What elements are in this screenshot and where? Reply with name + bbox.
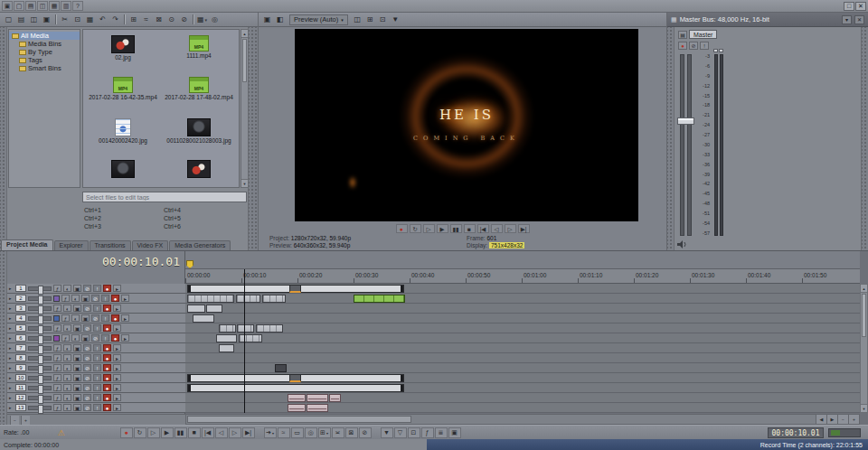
external-monitor-button[interactable]: ▣: [448, 427, 461, 438]
track-motion-icon[interactable]: ◐: [63, 324, 71, 332]
compositing-mode-icon[interactable]: ▣: [81, 314, 90, 322]
track-level-slider[interactable]: [28, 306, 52, 311]
expand-icon[interactable]: ▸: [9, 314, 14, 323]
expand-icon[interactable]: ▸: [9, 353, 14, 362]
tree-item-all-media[interactable]: All Media: [9, 32, 80, 40]
track-header[interactable]: ▸2ƒ◐▣⊘!●▸: [7, 294, 185, 304]
hscroll-thumb[interactable]: [187, 416, 411, 423]
timeline-clip[interactable]: [187, 295, 234, 303]
bus-properties-icon[interactable]: ▤: [678, 31, 687, 39]
mute-button[interactable]: ⊘: [83, 285, 91, 292]
timeline-clip[interactable]: [275, 364, 287, 372]
more-options-icon[interactable]: ▸: [113, 285, 121, 292]
expand-icon[interactable]: ▸: [9, 304, 14, 313]
tree-item-tags[interactable]: Tags: [9, 56, 80, 64]
timeline-clip[interactable]: [288, 394, 306, 402]
ignore-grouping-button[interactable]: ⊘: [359, 427, 372, 438]
arm-record-button[interactable]: ●: [103, 305, 111, 312]
tree-item-by-type[interactable]: By Type: [9, 48, 80, 56]
save-project-button[interactable]: ◫: [28, 14, 40, 25]
compositing-mode-icon[interactable]: ▣: [73, 344, 81, 352]
paste-button[interactable]: ▦: [84, 14, 96, 25]
media-preview-splitter[interactable]: [248, 27, 258, 250]
pause-button[interactable]: ▮▮: [450, 224, 462, 233]
media-item[interactable]: [85, 158, 161, 188]
insert-marker-button[interactable]: ▼: [381, 427, 393, 438]
open-icon[interactable]: ▤: [25, 1, 36, 11]
arm-record-button[interactable]: ●: [103, 394, 111, 401]
timeline-clip[interactable]: [237, 324, 254, 333]
track-fx-icon[interactable]: ƒ: [53, 324, 61, 332]
media-item[interactable]: [161, 158, 237, 188]
track-fx-icon[interactable]: ƒ: [53, 384, 61, 391]
compositing-mode-icon[interactable]: ▣: [81, 295, 90, 302]
expand-icon[interactable]: ▸: [9, 383, 14, 392]
timeline-clip[interactable]: [216, 334, 237, 342]
track-level-slider[interactable]: [28, 316, 52, 321]
scrollbar-track[interactable]: [861, 338, 867, 404]
enable-snapping-button[interactable]: ⊞▾: [318, 427, 331, 438]
track-header[interactable]: ▸13ƒ◐▣⊘!●▸: [7, 403, 185, 413]
scroll-down-button[interactable]: ▼: [241, 179, 248, 187]
track-motion-icon[interactable]: ◐: [63, 344, 71, 352]
timeline-clip[interactable]: [239, 334, 262, 342]
mute-button[interactable]: ⊘: [83, 324, 91, 332]
track-motion-icon[interactable]: ◐: [63, 354, 71, 361]
media-item[interactable]: MP42017-02-28 17-48-02.mp4: [161, 75, 237, 117]
track-fx-icon[interactable]: ƒ: [53, 404, 61, 411]
solo-button[interactable]: !: [93, 344, 101, 352]
track-level-slider[interactable]: [28, 336, 52, 341]
track-lane[interactable]: [185, 333, 860, 343]
save-snapshot-button[interactable]: ▼: [390, 14, 401, 25]
track-level-slider[interactable]: [28, 286, 52, 291]
track-lane[interactable]: [185, 353, 860, 363]
track-fx-icon[interactable]: ƒ: [53, 344, 61, 352]
left-edge-splitter[interactable]: [0, 251, 7, 426]
tree-item-smart-bins[interactable]: Smart Bins: [9, 64, 80, 72]
track-header[interactable]: ▸7ƒ◐▣⊘!●▸: [7, 343, 185, 353]
expand-icon[interactable]: ▸: [9, 363, 14, 372]
prev-frame-button[interactable]: ◁: [491, 224, 503, 233]
mute-button[interactable]: ⊘: [83, 394, 91, 401]
track-motion-icon[interactable]: ◐: [71, 334, 80, 342]
timeline-clip[interactable]: [307, 404, 328, 412]
next-frame-button[interactable]: ▷: [505, 224, 516, 233]
mute-button[interactable]: ⊘: [83, 305, 91, 312]
mixer-button[interactable]: ≣: [435, 427, 448, 438]
timeline-clip[interactable]: [206, 305, 222, 313]
ignore-grouping-button[interactable]: ⊘: [178, 14, 190, 25]
track-level-slider[interactable]: [28, 346, 52, 351]
track-lane[interactable]: [185, 304, 860, 314]
arm-record-button[interactable]: ●: [111, 295, 119, 302]
preview-quality-dropdown[interactable]: Preview (Auto) ▾: [289, 14, 348, 25]
split-screen-button[interactable]: ◫: [352, 14, 363, 25]
scrollbar-track[interactable]: [241, 83, 248, 179]
track-motion-icon[interactable]: ◐: [63, 364, 71, 371]
arm-record-button[interactable]: ●: [103, 324, 111, 332]
compositing-mode-icon[interactable]: ▣: [73, 285, 81, 292]
volume-fader-right[interactable]: [687, 54, 692, 236]
app-icon[interactable]: ▣: [2, 1, 13, 11]
tab-video-fx[interactable]: Video FX: [132, 240, 169, 250]
timeline-clip[interactable]: [187, 305, 205, 313]
copy-snapshot-button[interactable]: ⊡: [377, 14, 389, 25]
track-lane[interactable]: [185, 363, 860, 373]
marker-bar[interactable]: [185, 251, 860, 269]
solo-button[interactable]: !: [93, 285, 101, 292]
enable-snapping-button[interactable]: ⊞: [127, 14, 139, 25]
scrollbar-thumb[interactable]: [862, 294, 866, 337]
play-button[interactable]: ▶: [161, 427, 174, 438]
compositing-mode-icon[interactable]: ▣: [73, 384, 81, 391]
tag-search-input[interactable]: [82, 192, 247, 202]
mute-button[interactable]: ⊘: [91, 295, 99, 302]
compositing-mode-icon[interactable]: ▣: [81, 334, 90, 342]
play-button[interactable]: ▶: [437, 224, 448, 233]
compositing-mode-icon[interactable]: ▣: [73, 354, 81, 361]
project-video-properties-button[interactable]: ▣: [261, 14, 273, 25]
more-options-icon[interactable]: ▸: [113, 394, 121, 401]
solo-button[interactable]: !: [93, 324, 101, 332]
track-header[interactable]: ▸4ƒ◐▣⊘!●▸: [7, 314, 185, 323]
track-motion-icon[interactable]: ◐: [71, 295, 80, 302]
go-to-start-button[interactable]: |◀: [202, 427, 214, 438]
mute-bus-button[interactable]: ⊘: [689, 42, 698, 50]
